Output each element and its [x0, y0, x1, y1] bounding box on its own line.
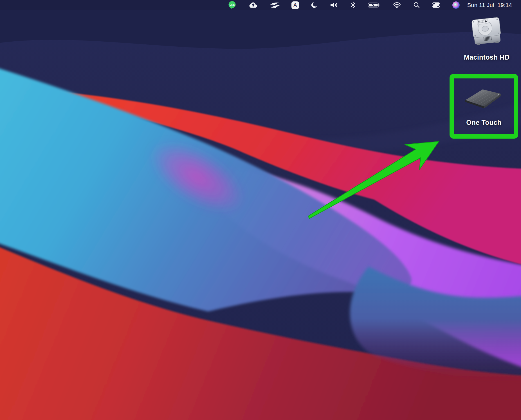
- wallpaper-big-sur: [0, 0, 521, 420]
- bluetooth-icon[interactable]: [350, 0, 356, 10]
- desktop-icon-macintosh-hd[interactable]: Macintosh HD: [461, 17, 512, 61]
- menu-bar: LINE A: [0, 0, 521, 10]
- input-source-icon[interactable]: A: [291, 0, 299, 10]
- feather-icon[interactable]: [270, 0, 280, 10]
- svg-text:LINE: LINE: [230, 4, 235, 6]
- cloud-upload-icon[interactable]: [248, 0, 258, 10]
- input-source-letter: A: [293, 2, 297, 8]
- external-hard-drive-icon: [464, 88, 504, 109]
- menu-bar-clock[interactable]: Sun 11 Jul 19:14: [467, 2, 512, 8]
- volume-label-macintosh-hd: Macintosh HD: [461, 53, 512, 61]
- spotlight-search-icon[interactable]: [413, 0, 420, 10]
- internal-hard-drive-icon: [469, 17, 504, 50]
- battery-charging-icon[interactable]: [368, 0, 381, 10]
- highlight-box: One Touch: [450, 74, 518, 139]
- volume-icon[interactable]: [330, 0, 338, 10]
- wifi-icon[interactable]: [392, 0, 401, 10]
- desktop-icon-one-touch[interactable]: One Touch: [454, 78, 514, 127]
- line-icon[interactable]: LINE: [228, 0, 236, 10]
- control-center-icon[interactable]: [432, 0, 440, 10]
- moon-dnd-icon[interactable]: [311, 0, 318, 10]
- volume-label-one-touch: One Touch: [466, 119, 501, 127]
- desktop: LINE A: [0, 0, 521, 420]
- siri-icon[interactable]: [452, 0, 460, 10]
